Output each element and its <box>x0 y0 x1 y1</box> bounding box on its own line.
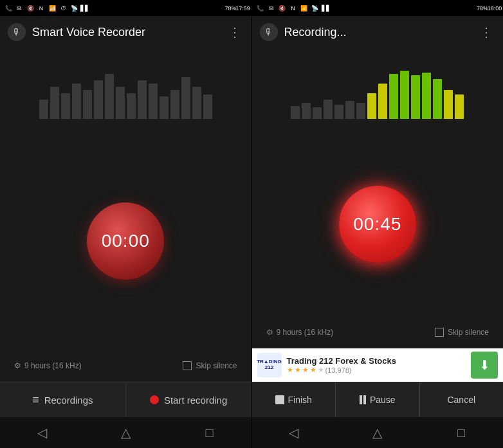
pause-icon <box>360 395 366 404</box>
skip-label: Skip silence <box>196 361 237 370</box>
equalizer-recording <box>259 61 497 119</box>
record-button-active[interactable]: 00:45 <box>339 186 416 263</box>
bars-icon: ▋▋ <box>80 5 89 12</box>
start-label: Start recording <box>164 395 227 406</box>
eq-bar <box>127 93 136 119</box>
eq-bar <box>138 80 147 119</box>
storage-text-2: 9 hours (16 kHz) <box>277 328 334 337</box>
ad-text: Trading 212 Forex & Stocks ★ ★ ★ ★ ★ (13… <box>287 356 466 374</box>
home-button-recording[interactable]: △ <box>336 417 419 448</box>
bars-icon-2: ▋▋ <box>322 5 331 12</box>
status-icons-left-2: 📞 ✉ 🔇 N 📶 📡 ▋▋ <box>256 5 331 12</box>
hamburger-icon: ≡ <box>32 393 39 407</box>
eq-bar <box>181 77 190 119</box>
skip-silence-2[interactable]: Skip silence <box>435 328 489 337</box>
back-button-idle[interactable]: ◁ <box>0 417 84 448</box>
wifi-signal: 📡 <box>69 5 78 12</box>
start-recording-button[interactable]: Start recording <box>125 382 252 417</box>
storage-info: ⚙ 9 hours (16 kHz) <box>14 361 82 370</box>
ad-title: Trading 212 Forex & Stocks <box>287 356 466 366</box>
phone-icon: 📞 <box>4 5 13 12</box>
cancel-button[interactable]: Cancel <box>419 382 504 417</box>
wifi-signal-2: 📡 <box>311 5 320 12</box>
eq-bar-yellow <box>378 84 387 119</box>
ad-banner[interactable]: TR▲DING 212 Trading 212 Forex & Stocks ★… <box>252 348 504 382</box>
status-bar-idle: 📞 ✉ 🔇 N 📶 ⏱ 📡 ▋▋ 78% 17:59 <box>0 0 252 16</box>
main-content-recording: 00:45 ⚙ 9 hours (16 kHz) Skip silence <box>252 48 504 348</box>
time-display: 17:59 <box>239 5 248 12</box>
eq-bar <box>83 90 92 119</box>
music-icon: 🔇 <box>26 5 35 12</box>
skip-label-2: Skip silence <box>448 328 489 337</box>
ad-logo: TR▲DING 212 <box>257 353 282 377</box>
stop-icon <box>275 395 284 404</box>
eq-bar-green <box>433 79 442 119</box>
pause-button[interactable]: Pause <box>335 382 419 417</box>
music-icon-2: 🔇 <box>278 5 287 12</box>
timer-idle: 00:00 <box>102 231 150 251</box>
phone-recording: 📞 ✉ 🔇 N 📶 📡 ▋▋ 78% 18:00 🎙 Recording... … <box>252 0 504 448</box>
main-content-idle: 00:00 ⚙ 9 hours (16 kHz) Skip silence <box>0 48 252 382</box>
eq-bar-green <box>400 71 409 119</box>
star-half: ★ <box>318 366 324 374</box>
back-icon: ◁ <box>37 425 47 440</box>
eq-bar <box>324 100 333 119</box>
record-btn-container-active: 00:45 <box>339 125 416 323</box>
eq-bar-yellow <box>444 90 453 119</box>
nav-bar-idle: ◁ △ □ <box>0 417 252 448</box>
eq-bar-green <box>422 73 431 119</box>
eq-bar <box>302 103 311 119</box>
eq-bar <box>149 84 158 119</box>
eq-bar-green <box>411 75 420 119</box>
recent-icon: □ <box>205 426 213 440</box>
storage-icon: ⚙ <box>14 361 21 370</box>
battery-percent: 78% <box>224 5 236 12</box>
ad-download-button[interactable]: ⬇ <box>471 352 498 379</box>
eq-bar <box>72 84 81 119</box>
storage-text: 9 hours (16 kHz) <box>24 361 82 370</box>
eq-bar <box>160 96 169 119</box>
skip-checkbox[interactable] <box>183 361 192 370</box>
eq-bar-green <box>389 74 398 119</box>
status-icons-left: 📞 ✉ 🔇 N 📶 ⏱ 📡 ▋▋ <box>4 5 89 12</box>
eq-bar <box>356 103 365 119</box>
home-icon-2: △ <box>372 425 382 440</box>
storage-info-2: ⚙ 9 hours (16 kHz) <box>266 328 334 337</box>
cancel-label: Cancel <box>447 395 475 405</box>
clock-icon: ⏱ <box>59 5 68 12</box>
menu-button-idle[interactable]: ⋮ <box>226 22 244 42</box>
eq-bar <box>50 87 59 119</box>
time-display-2: 18:00 <box>490 5 499 12</box>
eq-bar <box>291 106 300 119</box>
pause-bar-2 <box>363 395 366 404</box>
signal-icon-2: 📶 <box>300 5 309 12</box>
back-button-recording[interactable]: ◁ <box>252 417 336 448</box>
recent-icon-2: □ <box>457 426 465 440</box>
eq-bar <box>345 101 354 119</box>
recordings-label: Recordings <box>44 395 93 406</box>
recent-button-recording[interactable]: □ <box>419 417 503 448</box>
eq-bar-yellow <box>367 93 376 119</box>
skip-silence[interactable]: Skip silence <box>183 361 237 370</box>
star-3: ★ <box>302 366 309 374</box>
review-count: (13,978) <box>325 366 352 374</box>
pause-bar-1 <box>360 395 362 404</box>
recent-button-idle[interactable]: □ <box>167 417 251 448</box>
pause-label: Pause <box>370 395 396 405</box>
star-2: ★ <box>295 366 301 374</box>
back-icon-2: ◁ <box>289 425 298 440</box>
record-button-idle[interactable]: 00:00 <box>87 202 164 280</box>
app-logo-icon: 🎙 <box>8 23 26 41</box>
finish-button[interactable]: Finish <box>252 382 336 417</box>
phone-icon-2: 📞 <box>256 5 265 12</box>
timer-recording: 00:45 <box>353 214 401 235</box>
record-btn-container: 00:00 <box>87 125 164 356</box>
home-button-idle[interactable]: △ <box>84 417 167 448</box>
skip-checkbox-2[interactable] <box>435 328 444 337</box>
signal-icon: 📶 <box>48 5 57 12</box>
nfc-icon-2: N <box>289 5 298 12</box>
star-1: ★ <box>287 366 293 374</box>
menu-button-recording[interactable]: ⋮ <box>477 22 495 42</box>
eq-bar <box>116 87 125 119</box>
recordings-button[interactable]: ≡ Recordings <box>0 382 125 417</box>
